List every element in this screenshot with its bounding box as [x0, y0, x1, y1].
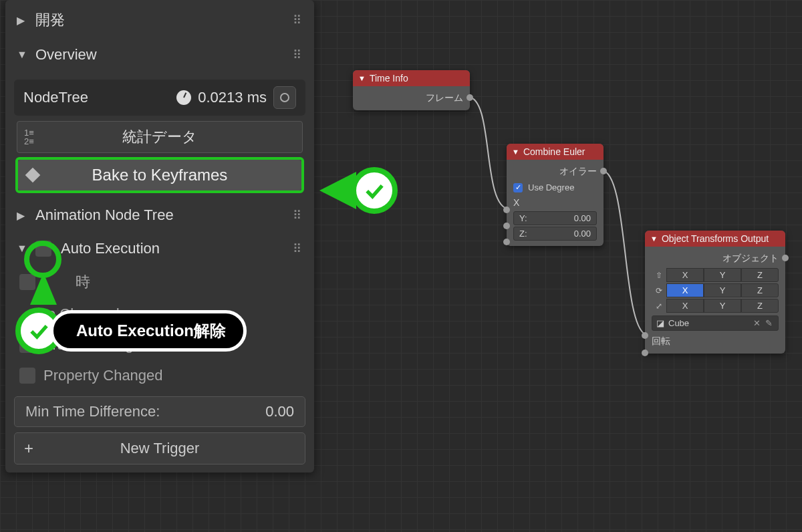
section-autoexec-label: Auto Execution	[61, 240, 160, 257]
clear-icon[interactable]: ✕	[751, 318, 763, 328]
collapse-icon: ▶	[17, 14, 29, 27]
expand-icon: ▼	[650, 235, 658, 243]
input-socket-z[interactable]	[503, 239, 510, 245]
socket-out-label: オイラー	[513, 164, 597, 180]
input-socket-x[interactable]	[503, 207, 510, 213]
min-time-label: Min Time Difference:	[25, 403, 160, 420]
z-label: Z:	[519, 229, 527, 239]
node-time-info[interactable]: ▼ Time Info フレーム	[353, 70, 470, 110]
node-title: Object Transforms Output	[662, 233, 769, 244]
node-title: Combine Euler	[523, 146, 585, 157]
input-socket-object[interactable]	[642, 332, 648, 339]
nodetree-time: 0.0213 ms	[198, 89, 267, 106]
opt-prop-label: Property Changed	[43, 367, 163, 384]
bake-button[interactable]: Bake to Keyframes	[18, 160, 301, 190]
node-combine-euler[interactable]: ▼ Combine Euler オイラー ✓ Use Degree X Y: 0…	[507, 144, 604, 246]
new-trigger-button[interactable]: + New Trigger	[14, 432, 305, 464]
loc-z-toggle[interactable]: Z	[741, 268, 779, 282]
new-trigger-label: New Trigger	[120, 440, 200, 457]
bake-label: Bake to Keyframes	[92, 166, 228, 184]
expand-icon: ▼	[512, 148, 519, 156]
clock-icon	[176, 90, 191, 105]
input-y-field[interactable]: Y: 0.00	[513, 211, 597, 225]
expand-icon: ▼	[358, 74, 366, 82]
drag-handle-icon[interactable]: ⠿	[293, 241, 303, 256]
nodetree-label: NodeTree	[23, 89, 156, 106]
node-header[interactable]: ▼ Time Info	[353, 70, 470, 86]
bake-button-highlight: Bake to Keyframes	[15, 157, 304, 193]
auto-exec-checkbox[interactable]	[35, 241, 51, 257]
rotation-icon: ⟳	[652, 283, 666, 297]
socket-out-label: フレーム	[360, 90, 463, 106]
stats-button[interactable]: 1≡2≡ 統計データ	[17, 121, 303, 153]
min-time-diff-field[interactable]: Min Time Difference: 0.00	[14, 396, 305, 427]
section-overview-label: Overview	[35, 46, 97, 63]
output-socket[interactable]	[466, 94, 473, 101]
expand-icon: ▼	[17, 49, 29, 61]
drag-handle-icon[interactable]: ⠿	[293, 47, 303, 62]
scale-icon: ⤢	[652, 299, 666, 313]
opt-always[interactable]: 時	[7, 265, 312, 299]
scl-z-toggle[interactable]: Z	[741, 299, 779, 313]
sidebar-panel: ▶ 開発 ⠿ ▼ Overview ⠿ NodeTree 0.0213 ms 1…	[5, 0, 314, 473]
z-value: 0.00	[574, 229, 591, 239]
check-badge-icon	[351, 167, 398, 214]
loc-y-toggle[interactable]: Y	[704, 268, 741, 282]
nodetree-options-button[interactable]	[273, 86, 296, 109]
section-anim-tree[interactable]: ▶ Animation Node Tree ⠿	[7, 198, 312, 232]
drag-handle-icon[interactable]: ⠿	[293, 208, 303, 223]
node-title: Time Info	[370, 73, 408, 84]
annotation-label: Auto Execution解除	[50, 310, 247, 352]
drag-handle-icon[interactable]: ⠿	[293, 13, 303, 27]
y-label: Y:	[519, 213, 527, 223]
output-socket[interactable]	[782, 255, 789, 261]
node-object-transforms[interactable]: ▼ Object Transforms Output オブジェクト ⇧ X Y …	[645, 231, 785, 354]
expand-icon: ▼	[17, 243, 29, 255]
nodetree-stats-row: NodeTree 0.0213 ms	[14, 80, 305, 116]
rot-x-toggle[interactable]: X	[666, 283, 704, 297]
loc-x-toggle[interactable]: X	[666, 268, 704, 282]
input-z-field[interactable]: Z: 0.00	[513, 227, 597, 241]
section-overview[interactable]: ▼ Overview ⠿	[7, 38, 312, 72]
section-dev[interactable]: ▶ 開発 ⠿	[7, 2, 312, 38]
rot-y-toggle[interactable]: Y	[704, 283, 741, 297]
node-header[interactable]: ▼ Object Transforms Output	[645, 231, 785, 247]
list-icon: 1≡2≡	[24, 128, 34, 146]
checkbox[interactable]	[19, 368, 35, 384]
object-name: Cube	[668, 318, 689, 328]
section-dev-label: 開発	[35, 10, 65, 30]
output-socket[interactable]	[600, 168, 607, 174]
use-degree-checkbox[interactable]: ✓ Use Degree	[513, 180, 597, 195]
node-header[interactable]: ▼ Combine Euler	[507, 144, 604, 160]
scl-y-toggle[interactable]: Y	[704, 299, 741, 313]
input-rot-label: 回転	[652, 334, 779, 350]
checkbox[interactable]	[19, 274, 35, 290]
plus-icon: +	[24, 439, 33, 458]
input-x-label: X	[513, 195, 597, 210]
checkbox-checked-icon: ✓	[513, 183, 523, 192]
scale-xyz-row: ⤢ X Y Z	[652, 299, 779, 313]
section-animtree-label: Animation Node Tree	[35, 207, 174, 224]
section-auto-exec[interactable]: ▼ Auto Execution ⠿	[7, 232, 312, 265]
eyedropper-icon[interactable]: ✎	[763, 318, 774, 328]
input-socket-y[interactable]	[503, 223, 510, 229]
object-icon: ◪	[656, 318, 664, 328]
scl-x-toggle[interactable]: X	[666, 299, 704, 313]
min-time-value: 0.00	[265, 403, 294, 420]
keyframe-icon	[25, 168, 41, 183]
opt-property-changed[interactable]: Property Changed	[7, 360, 312, 391]
location-icon: ⇧	[652, 268, 666, 282]
annotation-bake-check	[319, 167, 398, 214]
annotation-autoexec-off: Auto Execution解除	[15, 307, 247, 354]
object-field[interactable]: ◪ Cube ✕ ✎	[652, 315, 779, 331]
input-socket-rotation[interactable]	[642, 350, 648, 356]
opt-always-label: 時	[76, 272, 90, 292]
socket-out-label: オブジェクト	[652, 251, 779, 267]
stats-label: 統計データ	[122, 127, 197, 147]
use-degree-label: Use Degree	[528, 182, 574, 192]
rot-z-toggle[interactable]: Z	[741, 283, 779, 297]
rotation-xyz-row: ⟳ X Y Z	[652, 283, 779, 297]
location-xyz-row: ⇧ X Y Z	[652, 268, 779, 282]
y-value: 0.00	[574, 213, 591, 223]
collapse-icon: ▶	[17, 209, 29, 222]
